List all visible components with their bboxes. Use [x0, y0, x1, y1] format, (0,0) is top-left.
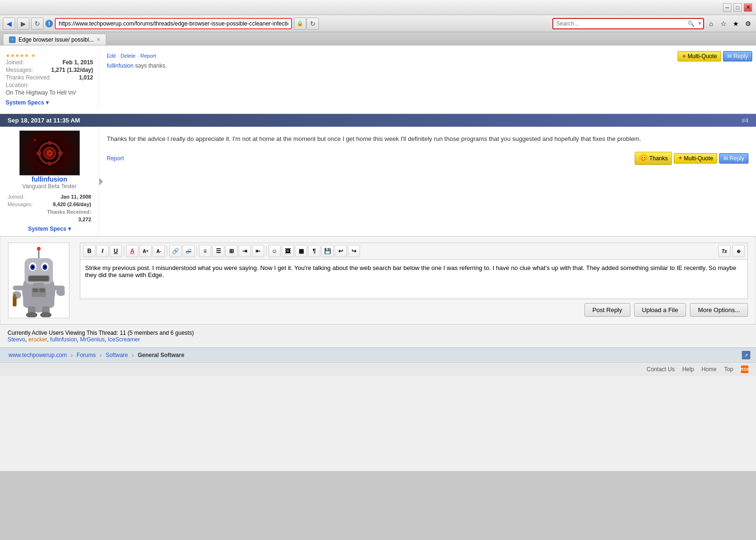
page-refresh-icon[interactable]: ↻: [307, 17, 319, 30]
help-link[interactable]: Help: [682, 366, 694, 373]
post4-user-sidebar: fullinfusion Vanguard Beta Tester Joined…: [0, 127, 99, 236]
multiquote-button-top[interactable]: ✦ Multi-Quote: [678, 51, 721, 61]
member-erocker[interactable]: erocker: [28, 336, 47, 343]
breadcrumb-extend-button[interactable]: ↗: [742, 351, 750, 359]
source-button[interactable]: ⊕: [732, 245, 745, 257]
back-button[interactable]: ◀: [3, 17, 15, 30]
home-icon[interactable]: ⌂: [706, 18, 716, 29]
reply-icon-top: ✉: [727, 53, 732, 60]
system-specs-button[interactable]: System Specs ▾: [6, 99, 49, 106]
undo-button[interactable]: ↩: [335, 245, 347, 257]
top-link[interactable]: Top: [724, 366, 733, 373]
toolbar-separator-4: [266, 246, 266, 256]
refresh-button[interactable]: ↻: [31, 17, 43, 30]
user-sidebar-top: ★★★★★ ★ Joined: Feb 1, 2015 Messages: 1,…: [0, 49, 99, 110]
indent-in-button[interactable]: ⇥: [239, 245, 251, 257]
contact-us-link[interactable]: Contact Us: [647, 366, 675, 373]
p4-messages-label: Messages:: [7, 201, 41, 208]
bullets-button[interactable]: ☰: [212, 245, 224, 257]
font-size-up-button[interactable]: A+: [139, 245, 152, 257]
p4-thanks-label: Thanks Received:: [7, 209, 92, 215]
image-button[interactable]: 🖼: [282, 245, 294, 257]
post4-number: #4: [742, 117, 748, 124]
indent-out-button[interactable]: ⇤: [252, 245, 264, 257]
thanks-label: Thanks Received:: [6, 74, 51, 81]
breadcrumb-forums-link[interactable]: Forums: [74, 351, 99, 359]
settings-icon[interactable]: ⚙: [743, 18, 753, 29]
member-mrgenius[interactable]: MrGenius: [80, 336, 104, 343]
reply-textarea[interactable]: Strike my previous post. I misunderstood…: [80, 260, 747, 297]
breadcrumb: www.techpowerup.com › Forums › Software …: [0, 348, 756, 362]
numbered-button[interactable]: ⊞: [225, 245, 238, 257]
post4-report-link[interactable]: Report: [107, 155, 124, 162]
star-icon[interactable]: ☆: [718, 18, 729, 29]
post4-body: Thanks for the advice I really do apprec…: [99, 127, 756, 236]
strip-format-button[interactable]: Tx: [718, 245, 730, 257]
messages-label: Messages:: [6, 67, 33, 73]
browser-toolbar: ◀ ▶ ↻ t 🔒 ↻ 🔍 ▼ ⌂ ☆ ★ ⚙: [0, 15, 756, 32]
tab-close-button[interactable]: ✕: [96, 37, 100, 42]
post-arrow: [99, 178, 103, 185]
link-button[interactable]: 🔗: [169, 245, 181, 257]
post-reply-button[interactable]: Post Reply: [584, 303, 630, 317]
footer-bar: Contact Us Help Home Top RSS: [0, 362, 756, 376]
editor-container-row: B I U A A+ A- 🔗 🔗 ≡ ☰: [8, 243, 748, 318]
text-color-button[interactable]: A: [126, 245, 138, 257]
multiquote-button-p4[interactable]: ✦ Multi-Quote: [674, 153, 717, 164]
member-icescreamer[interactable]: IceScreamer: [108, 336, 140, 343]
align-button[interactable]: ≡: [199, 245, 211, 257]
search-input[interactable]: [553, 20, 686, 27]
p4-joined-val: Jan 11, 2008: [42, 193, 92, 200]
thanks-button[interactable]: 😊 Thanks: [635, 152, 672, 165]
tab-bar: t Edge browser issue/ possibl... ✕: [0, 32, 756, 45]
emoji-button[interactable]: ☺: [268, 245, 281, 257]
home-link[interactable]: Home: [702, 366, 717, 373]
font-size-down-button[interactable]: A-: [153, 245, 165, 257]
editor-container: B I U A A+ A- 🔗 🔗 ≡ ☰: [80, 243, 748, 299]
underline-button[interactable]: U: [110, 245, 122, 257]
edit-link[interactable]: Edit: [107, 53, 116, 59]
rss-icon[interactable]: RSS: [741, 366, 748, 373]
reply-button-p4[interactable]: ✉ Reply: [719, 153, 748, 164]
save-draft-button[interactable]: 💾: [321, 245, 334, 257]
messages-val: 1,271 (1.32/day): [51, 67, 93, 73]
svg-rect-4: [48, 141, 51, 145]
bold-button[interactable]: B: [83, 245, 95, 257]
delete-link[interactable]: Delete: [120, 53, 136, 59]
active-users-members: Steevo, erocker, fullinfusion, MrGenius,…: [8, 336, 748, 343]
member-fullinfusion[interactable]: fullinfusion: [50, 336, 77, 343]
post4-text: Thanks for the advice I really do apprec…: [107, 134, 748, 144]
browser-tab[interactable]: t Edge browser issue/ possibl... ✕: [3, 34, 106, 45]
star2-icon[interactable]: ★: [730, 18, 741, 29]
close-button[interactable]: ✕: [744, 3, 752, 12]
svg-point-40: [26, 312, 37, 317]
svg-marker-15: [33, 139, 36, 141]
report-link-top[interactable]: Report: [140, 53, 156, 59]
media-button[interactable]: ▦: [295, 245, 307, 257]
reply-button-top[interactable]: ✉ Reply: [723, 51, 752, 61]
post4-username[interactable]: fullinfusion: [32, 175, 67, 183]
multiquote-icon: ✦: [678, 155, 682, 161]
title-bar: ─ □ ✕: [0, 0, 756, 15]
unlink-button[interactable]: 🔗: [182, 245, 195, 257]
search-button[interactable]: 🔍: [686, 20, 696, 27]
upload-file-button[interactable]: Upload a File: [634, 303, 687, 317]
thanks-user-link[interactable]: fullinfusion: [107, 62, 134, 69]
breadcrumb-software-link[interactable]: Software: [103, 351, 130, 359]
editor-actions: Post Reply Upload a File More Options...: [80, 303, 748, 317]
member-steevo[interactable]: Steevo: [8, 336, 25, 343]
forward-button[interactable]: ▶: [17, 17, 29, 30]
post4-system-specs[interactable]: System Specs ▾: [28, 226, 71, 232]
special-chars-button[interactable]: ¶: [308, 245, 320, 257]
favicon: t: [45, 20, 53, 27]
redo-button[interactable]: ↪: [348, 245, 360, 257]
search-dropdown[interactable]: ▼: [696, 21, 703, 26]
minimize-button[interactable]: ─: [723, 3, 731, 12]
italic-button[interactable]: I: [96, 245, 109, 257]
edit-row: Edit· Delete· Report: [107, 53, 748, 59]
more-options-button[interactable]: More Options...: [690, 303, 748, 317]
post4-avatar: [19, 131, 80, 175]
breadcrumb-home-link[interactable]: www.techpowerup.com: [6, 351, 69, 359]
address-bar[interactable]: [55, 18, 292, 29]
maximize-button[interactable]: □: [733, 3, 742, 12]
